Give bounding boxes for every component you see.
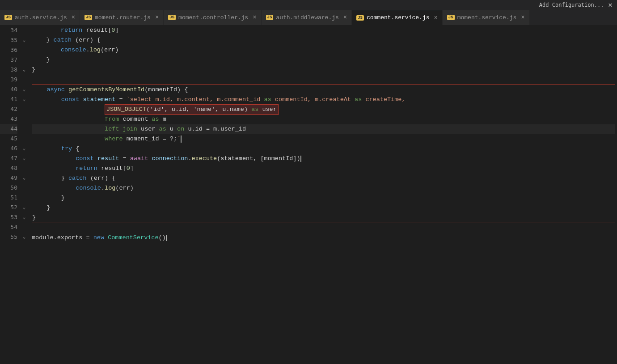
tab-moment-controller[interactable]: JS moment.controller.js × — [164, 10, 261, 25]
code-line-51: } — [32, 193, 615, 203]
line-num-36: 36 — [0, 45, 17, 55]
tab-icon-auth-service: JS — [4, 15, 12, 20]
line-num-52: 52 — [0, 203, 17, 212]
code-line-49: } catch (err) { — [32, 174, 615, 183]
code-line-43: from comment as m — [32, 114, 615, 124]
code-line-52: } — [32, 203, 615, 213]
line-num-47: 47 — [0, 153, 17, 163]
fold-49[interactable]: ⌄ — [20, 173, 28, 183]
code-line-47: const result = await connection.execute(… — [32, 154, 615, 164]
code-line-34: return result[0] — [32, 25, 617, 35]
tab-moment-service[interactable]: JS moment.service.js × — [443, 10, 530, 25]
line-num-38: 38 — [0, 65, 17, 75]
code-line-37: } — [32, 55, 617, 65]
fold-40[interactable]: ⌄ — [20, 85, 28, 94]
fold-52[interactable]: ⌄ — [20, 203, 28, 212]
fold-51 — [20, 193, 28, 203]
tab-bar: JS auth.service.js × JS moment.router.js… — [0, 10, 617, 25]
line-num-54: 54 — [0, 222, 17, 232]
code-line-50: console.log(err) — [32, 183, 615, 193]
fold-42 — [20, 104, 28, 114]
highlighted-block: async getCommentsByMomentId(momentId) { … — [32, 85, 615, 223]
tab-close-comment-service[interactable]: × — [434, 14, 437, 21]
tab-close-moment-service[interactable]: × — [521, 14, 524, 21]
code-line-46: try { — [32, 144, 615, 154]
fold-48 — [20, 163, 28, 173]
tab-label-auth-middleware: auth.middleware.js — [276, 14, 338, 21]
line-num-49: 49 — [0, 173, 17, 183]
line-num-35: 35 — [0, 35, 17, 45]
tab-icon-comment-service: JS — [356, 15, 364, 21]
fold-47[interactable]: ⌄ — [20, 153, 28, 163]
app-container: Add Configuration... ✕ JS auth.service.j… — [0, 0, 617, 364]
line-num-39: 39 — [0, 75, 17, 85]
code-line-54 — [32, 223, 617, 233]
code-line-53: } — [32, 213, 615, 223]
code-line-55: module.exports = new CommentService() — [32, 233, 617, 243]
line-num-34: 34 — [0, 25, 17, 35]
line-num-44: 44 — [0, 124, 17, 134]
line-num-43: 43 — [0, 114, 17, 124]
code-line-44: left join user as u on u.id = m.user_id — [32, 124, 615, 134]
line-num-48: 48 — [0, 163, 17, 173]
tab-close-auth-service[interactable]: × — [72, 14, 75, 21]
line-num-42: 42 — [0, 104, 17, 114]
line-num-41: 41 — [0, 94, 17, 104]
fold-50 — [20, 183, 28, 193]
tab-close-moment-router[interactable]: × — [155, 14, 159, 21]
fold-markers: ⌄ ⌄ ⌄ ⌄ ⌄ ⌄ ⌄ ⌄ ⌄ ⌄ — [20, 25, 28, 364]
tab-icon-moment-router: JS — [85, 15, 92, 20]
code-line-36: console.log(err) — [32, 45, 617, 55]
line-num-46: 46 — [0, 144, 17, 153]
code-line-45: where moment_id = ?;` — [32, 134, 615, 144]
tab-icon-moment-service: JS — [447, 15, 455, 20]
line-num-40: 40 — [0, 85, 17, 94]
line-num-55: 55 — [0, 232, 17, 242]
code-line-38: } — [32, 65, 617, 75]
fold-43 — [20, 114, 28, 124]
tab-label-moment-service: moment.service.js — [457, 14, 517, 21]
tab-icon-moment-controller: JS — [168, 15, 176, 20]
fold-39 — [20, 75, 28, 85]
close-icon[interactable]: ✕ — [608, 0, 613, 9]
code-line-39 — [32, 75, 617, 85]
line-numbers: 34 35 36 37 38 39 40 41 42 43 44 45 46 4… — [0, 25, 20, 364]
add-configuration-button[interactable]: Add Configuration... — [539, 2, 604, 8]
line-num-37: 37 — [0, 55, 17, 65]
top-bar: Add Configuration... ✕ — [0, 0, 617, 10]
code-line-48: return result[0] — [32, 164, 615, 174]
line-num-50: 50 — [0, 183, 17, 193]
fold-53[interactable]: ⌄ — [20, 212, 28, 222]
tab-auth-middleware[interactable]: JS auth.middleware.js × — [262, 10, 352, 25]
tab-label-moment-controller: moment.controller.js — [178, 14, 248, 21]
gutter-area: 34 35 36 37 38 39 40 41 42 43 44 45 46 4… — [0, 25, 28, 364]
code-line-35: } catch (err) { — [32, 35, 617, 45]
editor-area: 34 35 36 37 38 39 40 41 42 43 44 45 46 4… — [0, 25, 617, 364]
tab-icon-auth-middleware: JS — [266, 15, 274, 20]
tab-auth-service[interactable]: JS auth.service.js × — [0, 10, 80, 25]
fold-44 — [20, 124, 28, 134]
line-num-51: 51 — [0, 193, 17, 203]
tab-label-comment-service: comment.service.js — [367, 14, 429, 21]
tab-close-moment-controller[interactable]: × — [253, 14, 256, 21]
tab-moment-router[interactable]: JS moment.router.js × — [80, 10, 164, 25]
code-line-42: JSON_OBJECT('id', u.id, 'name', u.name) … — [32, 105, 615, 114]
fold-35[interactable]: ⌄ — [20, 35, 28, 45]
fold-37 — [20, 55, 28, 65]
fold-45 — [20, 134, 28, 144]
fold-41[interactable]: ⌄ — [20, 94, 28, 104]
fold-46[interactable]: ⌄ — [20, 144, 28, 153]
code-area[interactable]: return result[0] } catch (err) { console… — [28, 25, 617, 364]
line-num-53: 53 — [0, 212, 17, 222]
code-line-40: async getCommentsByMomentId(momentId) { — [32, 85, 615, 95]
line-num-45: 45 — [0, 134, 17, 144]
tab-close-auth-middleware[interactable]: × — [343, 14, 347, 21]
fold-55[interactable]: ⌄ — [20, 232, 28, 242]
tab-label-auth-service: auth.service.js — [15, 14, 67, 21]
tab-comment-service[interactable]: JS comment.service.js × — [352, 10, 443, 25]
fold-38[interactable]: ⌄ — [20, 65, 28, 75]
fold-34 — [20, 25, 28, 35]
tab-label-moment-router: moment.router.js — [95, 14, 151, 21]
fold-54 — [20, 222, 28, 232]
code-line-41: const statement = `select m.id, m.conten… — [32, 95, 615, 105]
